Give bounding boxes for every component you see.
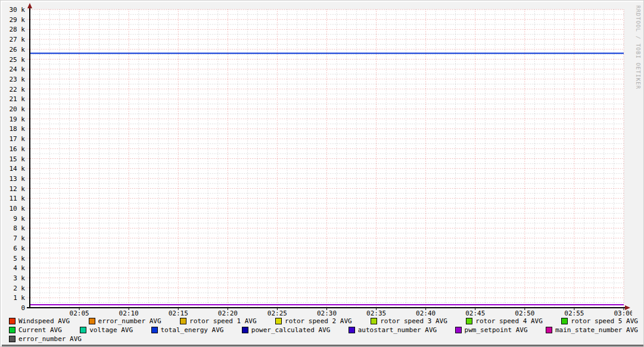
- rrdtool-graph: 02:0502:1002:1502:2002:2502:3002:3502:40…: [0, 0, 644, 347]
- legend-item: Windspeed AVG: [9, 317, 70, 325]
- y-tick-label: 0: [21, 304, 25, 312]
- rrdtool-watermark: RRDTOOL / TOBI OETIKER: [635, 5, 641, 89]
- y-tick-label: 1 k: [13, 294, 25, 302]
- legend-label: error_number AVG: [18, 335, 82, 343]
- y-tick-label: 24 k: [10, 65, 26, 73]
- y-tick-label: 10 k: [10, 205, 26, 212]
- legend-label: Windspeed AVG: [18, 317, 70, 325]
- y-tick-label: 9 k: [13, 215, 25, 223]
- y-tick-label: 12 k: [10, 185, 26, 193]
- x-tick-label: 02:30: [317, 310, 337, 317]
- x-tick-label: 02:35: [366, 310, 386, 317]
- chart-canvas: 02:0502:1002:1502:2002:2502:3002:3502:40…: [1, 1, 632, 317]
- legend-color-swatch-icon: [455, 327, 462, 333]
- legend-item: total_energy AVG: [151, 326, 224, 334]
- legend-color-swatch-icon: [9, 327, 15, 333]
- legend-row-3: error_number AVG: [9, 335, 638, 343]
- y-tick-label: 14 k: [10, 165, 26, 173]
- legend-color-swatch-icon: [9, 336, 15, 342]
- x-tick-label: 02:55: [564, 310, 584, 317]
- legend-label: main_state_number AVG: [555, 326, 638, 334]
- legend-item: rotor speed 2 AVG: [275, 317, 352, 325]
- legend-item: autostart_number AVG: [349, 326, 437, 334]
- legend-color-swatch-icon: [180, 318, 186, 324]
- y-tick-label: 6 k: [13, 245, 25, 252]
- legend-label: Current AVG: [18, 326, 62, 334]
- y-tick-label: 15 k: [10, 155, 26, 163]
- legend-item: rotor speed 4 AVG: [466, 317, 543, 325]
- legend-label: voltage AVG: [89, 326, 133, 334]
- x-tick-label: 02:50: [515, 310, 534, 317]
- y-tick-label: 4 k: [13, 264, 25, 272]
- legend-item: main_state_number AVG: [546, 326, 638, 334]
- x-tick-label: 02:20: [218, 310, 238, 317]
- x-tick-label: 02:25: [267, 310, 287, 317]
- y-tick-label: 20 k: [10, 105, 26, 113]
- y-tick-label: 25 k: [10, 56, 26, 64]
- legend-color-swatch-icon: [80, 327, 86, 333]
- legend-color-swatch-icon: [466, 318, 472, 324]
- legend-color-swatch-icon: [9, 318, 15, 324]
- legend-item: error_number AVG: [9, 335, 82, 343]
- y-tick-label: 17 k: [10, 135, 26, 143]
- x-tick-label: 02:05: [70, 310, 89, 317]
- legend-item: error_number AVG: [89, 317, 161, 325]
- y-tick-label: 29 k: [10, 16, 26, 24]
- y-tick-label: 30 k: [10, 6, 26, 14]
- y-tick-label: 3 k: [13, 274, 25, 282]
- y-tick-label: 26 k: [10, 46, 26, 54]
- chart-legend: Windspeed AVGerror_number AVGrotor speed…: [9, 317, 638, 343]
- legend-label: rotor speed 1 AVG: [189, 317, 257, 325]
- legend-color-swatch-icon: [349, 327, 355, 333]
- y-tick-label: 23 k: [10, 76, 26, 83]
- legend-label: power_calculated AVG: [251, 326, 330, 334]
- legend-item: Current AVG: [9, 326, 62, 334]
- legend-label: total_energy AVG: [161, 326, 224, 334]
- legend-item: power_calculated AVG: [242, 326, 330, 334]
- x-tick-label: 02:10: [119, 310, 139, 317]
- y-tick-label: 16 k: [10, 145, 26, 153]
- legend-label: rotor speed 3 AVG: [380, 317, 447, 325]
- legend-row-1: Windspeed AVGerror_number AVGrotor speed…: [9, 317, 638, 325]
- legend-color-swatch-icon: [561, 318, 568, 324]
- y-tick-label: 2 k: [13, 285, 25, 292]
- legend-label: rotor speed 4 AVG: [475, 317, 543, 325]
- legend-color-swatch-icon: [546, 327, 552, 333]
- y-tick-label: 7 k: [13, 235, 25, 242]
- x-tick-label: 02:15: [169, 310, 188, 317]
- legend-label: rotor speed 5 AVG: [571, 317, 638, 325]
- y-axis-arrow-icon: [27, 3, 32, 8]
- legend-color-swatch-icon: [275, 318, 282, 324]
- legend-color-swatch-icon: [242, 327, 248, 333]
- legend-item: voltage AVG: [80, 326, 133, 334]
- y-tick-label: 8 k: [13, 224, 25, 232]
- x-tick-label: 03:00: [614, 310, 632, 317]
- legend-row-2: Current AVGvoltage AVGtotal_energy AVGpo…: [9, 326, 638, 334]
- y-tick-label: 11 k: [10, 195, 26, 202]
- y-tick-label: 18 k: [10, 125, 26, 133]
- legend-color-swatch-icon: [89, 318, 95, 324]
- legend-color-swatch-icon: [371, 318, 377, 324]
- x-tick-label: 02:45: [465, 310, 485, 317]
- y-tick-label: 21 k: [10, 95, 26, 103]
- x-tick-label: 02:40: [416, 310, 435, 317]
- y-tick-label: 13 k: [10, 175, 26, 183]
- legend-item: rotor speed 1 AVG: [180, 317, 257, 325]
- legend-item: rotor speed 3 AVG: [371, 317, 447, 325]
- legend-label: error_number AVG: [98, 317, 161, 325]
- y-tick-label: 27 k: [10, 36, 26, 43]
- y-tick-label: 28 k: [10, 26, 26, 33]
- legend-label: pwm_setpoint AVG: [465, 326, 528, 334]
- legend-color-swatch-icon: [151, 327, 158, 333]
- y-tick-label: 5 k: [13, 255, 25, 262]
- y-tick-label: 19 k: [10, 115, 26, 123]
- legend-label: rotor speed 2 AVG: [285, 317, 352, 325]
- y-tick-label: 22 k: [10, 86, 26, 93]
- legend-label: autostart_number AVG: [358, 326, 437, 334]
- legend-item: rotor speed 5 AVG: [561, 317, 638, 325]
- legend-item: pwm_setpoint AVG: [455, 326, 528, 334]
